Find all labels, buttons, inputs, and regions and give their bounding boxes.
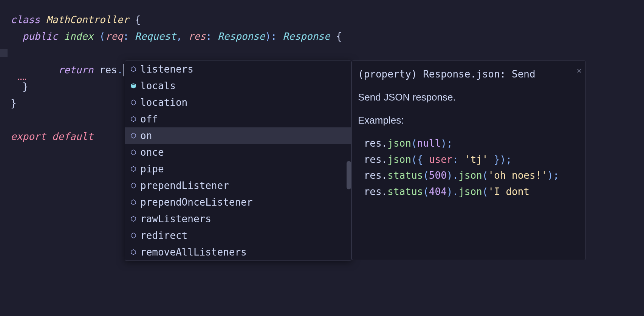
error-underline <box>18 79 26 80</box>
dot-operator: . <box>117 64 123 76</box>
brace-close: } <box>22 81 28 92</box>
suggestion-item-pipe[interactable]: pipe <box>125 161 351 177</box>
paren-close: ) <box>265 31 271 42</box>
variable-res: res <box>99 64 117 76</box>
keyword-return: return <box>58 64 93 76</box>
suggestion-label: on <box>140 130 152 141</box>
suggestion-label: once <box>140 147 164 158</box>
brace-close: } <box>11 98 17 109</box>
suggestion-label: off <box>140 113 158 125</box>
suggestion-item-once[interactable]: once <box>125 144 351 161</box>
suggestion-label: locals <box>140 80 176 91</box>
colon: : <box>206 31 212 42</box>
method-icon <box>130 248 137 256</box>
return-type: Response <box>283 31 330 42</box>
suggestion-label: listeners <box>140 64 194 75</box>
suggestion-item-off[interactable]: off <box>125 111 351 127</box>
suggestion-item-listeners[interactable]: listeners <box>125 61 351 77</box>
suggestion-item-redirect[interactable]: redirect <box>125 227 351 244</box>
method-icon <box>130 182 137 189</box>
breakpoint-gutter[interactable] <box>0 49 8 57</box>
type-response: Response <box>218 31 265 42</box>
suggestion-item-on[interactable]: on <box>125 127 351 144</box>
method-icon <box>130 232 137 239</box>
code-line-1[interactable]: class MathController { <box>11 11 633 28</box>
brace-open: { <box>135 14 141 25</box>
class-name: MathController <box>46 14 129 25</box>
suggestion-label: removeAllListeners <box>140 246 247 258</box>
property-icon <box>130 82 137 90</box>
code-line-2[interactable]: public index (req: Request, res: Respons… <box>11 28 633 45</box>
suggestion-label: pipe <box>140 163 164 175</box>
suggestion-label: redirect <box>140 230 187 241</box>
keyword-class: class <box>11 14 40 25</box>
suggestion-label: prependListener <box>140 180 229 191</box>
paren-open: ( <box>99 31 105 42</box>
method-icon <box>130 149 137 156</box>
method-icon <box>130 198 137 206</box>
type-request: Request <box>135 31 176 42</box>
keyword-export: export <box>11 131 46 142</box>
suggestion-label: rawListeners <box>140 213 211 225</box>
method-icon <box>130 132 137 139</box>
brace-open: { <box>336 31 342 42</box>
keyword-public: public <box>22 31 58 42</box>
colon: : <box>123 31 129 42</box>
suggestion-item-location[interactable]: location <box>125 94 351 111</box>
suggestion-item-locals[interactable]: locals <box>125 77 351 94</box>
param-res: res <box>188 31 206 42</box>
scrollbar-thumb[interactable] <box>347 161 351 189</box>
method-name: index <box>64 31 93 42</box>
suggestion-item-prependOnceListener[interactable]: prependOnceListener <box>125 194 351 211</box>
comma: , <box>176 31 182 42</box>
suggestion-label: location <box>140 97 187 108</box>
method-icon <box>130 99 137 106</box>
suggestion-item-prependListener[interactable]: prependListener <box>125 177 351 194</box>
method-icon <box>130 65 137 73</box>
method-icon <box>130 165 137 173</box>
method-icon <box>130 215 137 223</box>
documentation-popup: × (property) Response.json: Send Send JS… <box>351 60 586 260</box>
close-icon[interactable]: × <box>577 64 582 77</box>
suggestion-item-rawListeners[interactable]: rawListeners <box>125 211 351 227</box>
suggestion-label: prependOnceListener <box>140 197 252 208</box>
doc-description: Send JSON response. <box>358 89 579 105</box>
doc-signature: (property) Response.json: Send <box>358 66 579 82</box>
doc-examples: res.json(null); res.json({ user: 'tj' })… <box>358 135 579 200</box>
method-icon <box>130 115 137 123</box>
text-cursor <box>123 64 124 76</box>
param-req: req <box>105 31 123 42</box>
keyword-default: default <box>52 131 94 142</box>
doc-examples-label: Examples: <box>358 112 579 129</box>
autocomplete-popup[interactable]: listenerslocalslocationoffononcepipeprep… <box>125 60 351 261</box>
colon: : <box>271 31 277 42</box>
suggestion-item-removeAllListeners[interactable]: removeAllListeners <box>125 244 351 260</box>
